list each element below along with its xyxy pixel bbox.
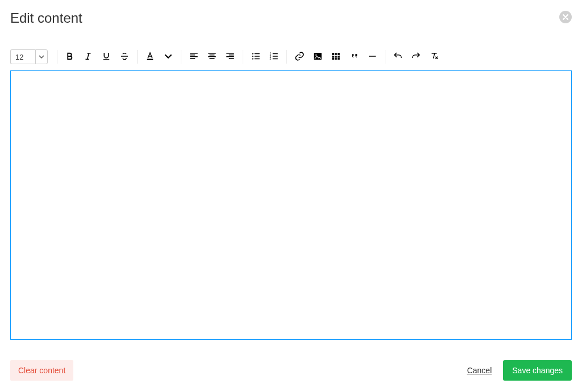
svg-point-8	[315, 54, 317, 55]
clear-formatting-icon	[429, 51, 439, 63]
table-button[interactable]	[327, 49, 345, 65]
strikethrough-button[interactable]	[115, 49, 134, 65]
italic-icon	[83, 51, 93, 63]
font-color-dropdown[interactable]	[159, 49, 177, 65]
cancel-link[interactable]: Cancel	[467, 366, 492, 375]
clear-formatting-button[interactable]	[425, 49, 443, 65]
italic-button[interactable]	[79, 49, 97, 65]
underline-icon	[101, 51, 111, 63]
align-center-icon	[207, 51, 217, 63]
image-button[interactable]	[309, 49, 327, 65]
edit-content-modal: Edit content	[0, 0, 582, 392]
font-size-control	[10, 49, 48, 64]
svg-point-3	[252, 58, 253, 59]
toolbar-separator	[137, 50, 138, 64]
toolbar-separator	[385, 50, 385, 64]
table-icon	[331, 51, 341, 63]
numbered-list-icon: 123	[269, 51, 279, 63]
save-changes-button[interactable]: Save changes	[503, 360, 572, 381]
editor-toolbar: 123	[10, 49, 572, 65]
svg-text:3: 3	[270, 57, 272, 60]
link-button[interactable]	[290, 49, 309, 65]
quote-button[interactable]	[345, 49, 363, 65]
toolbar-separator	[286, 50, 287, 64]
numbered-list-button[interactable]: 123	[265, 49, 283, 65]
content-editor[interactable]	[10, 70, 572, 340]
redo-icon	[411, 51, 421, 63]
font-size-input[interactable]	[10, 49, 35, 64]
bullet-list-button[interactable]	[247, 49, 265, 65]
align-right-icon	[225, 51, 235, 63]
bold-icon	[65, 51, 75, 63]
redo-button[interactable]	[407, 49, 425, 65]
svg-rect-0	[147, 59, 153, 60]
horizontal-rule-button[interactable]	[363, 49, 381, 65]
horizontal-rule-icon	[367, 51, 377, 63]
quote-icon	[349, 51, 359, 63]
toolbar-separator	[243, 50, 243, 64]
close-icon	[563, 12, 568, 22]
font-size-dropdown[interactable]	[35, 49, 48, 64]
svg-point-1	[252, 53, 253, 54]
chevron-down-icon	[39, 52, 44, 62]
strikethrough-icon	[119, 51, 130, 63]
align-right-button[interactable]	[221, 49, 239, 65]
bold-button[interactable]	[61, 49, 79, 65]
modal-header: Edit content	[10, 10, 572, 26]
link-icon	[294, 51, 305, 63]
close-button[interactable]	[559, 11, 572, 23]
bullet-list-icon	[251, 51, 261, 63]
underline-button[interactable]	[97, 49, 115, 65]
undo-button[interactable]	[389, 49, 407, 65]
clear-content-button[interactable]: Clear content	[10, 360, 73, 381]
font-color-button[interactable]	[141, 49, 159, 65]
svg-point-2	[252, 55, 253, 56]
svg-rect-9	[332, 53, 340, 60]
toolbar-separator	[57, 50, 57, 64]
font-color-icon	[145, 51, 155, 63]
image-icon	[313, 51, 323, 63]
modal-title: Edit content	[10, 10, 82, 26]
align-left-icon	[189, 51, 199, 63]
align-left-button[interactable]	[185, 49, 203, 65]
chevron-down-icon	[164, 52, 172, 62]
align-center-button[interactable]	[203, 49, 221, 65]
modal-footer: Clear content Cancel Save changes	[10, 360, 572, 381]
undo-icon	[393, 51, 403, 63]
toolbar-separator	[181, 50, 181, 64]
